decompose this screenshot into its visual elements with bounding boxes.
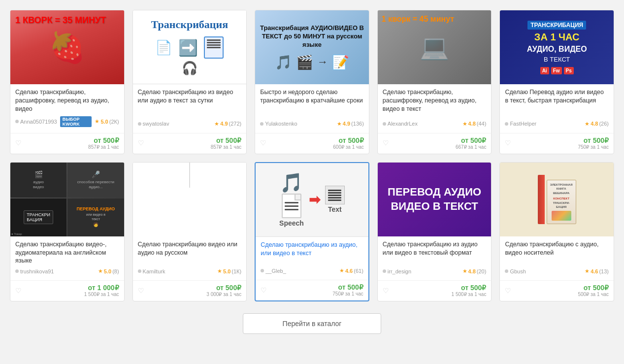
price-sub-2: 857₽ за 1 час [211, 144, 242, 150]
card-8-footer: ♡ от 500₽ 750₽ за 1 час [256, 280, 368, 300]
heart-icon[interactable]: ♡ [15, 139, 22, 147]
card-3-title: Быстро и недорого сделаю транскрибацию в… [260, 88, 364, 118]
card-5-author: FastHelper [505, 121, 536, 127]
card-3: Транскрибация АУДИО/ВИДЕО В ТЕКСТ до 50 … [255, 10, 369, 154]
card-10-author: Gbush [505, 268, 525, 274]
card-8-title[interactable]: Сделаю транскрибацию из аудио, или видео… [261, 241, 363, 265]
card-7-thumb [133, 163, 247, 236]
heart-icon-2[interactable]: ♡ [138, 139, 144, 147]
price-main-10: от 500₽ [578, 284, 609, 292]
card-6-price: от 1 000₽ 1 500₽ за 1 час [84, 284, 119, 297]
card-8-meta: __Gleb_ ★ 4.6 (61) [261, 267, 363, 274]
card-4: 💻 1 кворк = 45 минут Сделаю транскрибаци… [377, 10, 492, 154]
price-sub-10: 500₽ за 1 час [578, 292, 609, 297]
price-main-4: от 500₽ [456, 136, 487, 144]
star-icon-10: ★ [585, 268, 590, 274]
card-2-title: Сделаю транскрибацию из видео или аудио … [138, 88, 242, 118]
card-8-thumb: 🎵 Speech ➡ [256, 163, 368, 237]
card-4-price: от 500₽ 667₽ за 1 час [456, 136, 487, 150]
card-5-thumb: ТРАНСКРИБАЦИЯ ЗА 1 ЧАС АУДИО, ВИДЕО В ТЕ… [500, 10, 614, 84]
price-sub-7: 3 000₽ за 1 час [206, 292, 241, 297]
card-8: 🎵 Speech ➡ [255, 162, 369, 302]
card-4-thumb: 💻 1 кворк = 45 минут [378, 10, 492, 84]
star-icon-3: ★ [337, 121, 342, 127]
card-2-info: Сделаю транскрибацию из видео или аудио … [133, 84, 247, 133]
card-2-meta: swyatoslav ★ 4.9 (272) [138, 121, 242, 127]
star-icon: ★ [95, 118, 99, 125]
price-sub-4: 667₽ за 1 час [456, 144, 487, 150]
author-dot-5 [505, 122, 508, 126]
card-6-meta: trushnikova91 ★ 5.0 (8) [15, 268, 119, 274]
card-1-meta: Anna05071993 ВЫБОР KWORK ★ 5.0 (2К) [15, 116, 119, 127]
price-main-8: от 500₽ [332, 283, 363, 291]
doc-line [285, 209, 298, 210]
doc-line [285, 205, 298, 207]
card-3-meta: Yulakostenko ★ 4.9 (136) [260, 121, 364, 127]
author-dot-7 [138, 269, 141, 273]
card-8-rating: ★ 4.6 (61) [339, 267, 363, 274]
author-dot-10 [505, 269, 508, 273]
card-9-rating: ★ 4.8 (20) [462, 268, 487, 274]
price-sub-6: 1 500₽ за 1 час [84, 292, 119, 297]
card-10-thumb: ЭЛЕКТРОННАЯ КНИГА ВЕБИНАРА КОНСПЕКТ ТРАН… [500, 163, 614, 236]
card-7-meta: Kamilturk ★ 5.0 (1К) [138, 268, 242, 274]
price-main-5: от 500₽ [578, 136, 609, 144]
card-9-price: от 500₽ 1 500₽ за 1 час [452, 284, 487, 297]
catalog-btn-wrap: Перейти в каталог [10, 313, 614, 334]
card-6: 🎬 аудио видео 🎤 способов перевести аудио… [10, 162, 125, 302]
price-main-6: от 1 000₽ [84, 284, 119, 292]
card-3-author: Yulakostenko [260, 121, 297, 127]
card-7-price: от 500₽ 3 000₽ за 1 час [206, 284, 241, 297]
card-3-info: Быстро и недорого сделаю транскрибацию в… [255, 84, 369, 133]
card-2-price: от 500₽ 857₽ за 1 час [211, 136, 242, 150]
card-7-info: Сделаю транскрибацию видео или аудио на … [133, 236, 247, 281]
card-2-rating: ★ 4.9 (272) [214, 121, 241, 127]
heart-icon-8[interactable]: ♡ [261, 286, 267, 294]
card-6-title: Сделаю транскрибацию видео-, аудиоматери… [15, 240, 119, 265]
star-icon-2: ★ [214, 121, 219, 127]
card-3-price: от 500₽ 600₽ за 1 час [333, 136, 364, 150]
heart-icon-3[interactable]: ♡ [260, 139, 266, 147]
heart-icon-6[interactable]: ♡ [15, 287, 22, 295]
price-sub-5: 750₽ за 1 час [578, 144, 609, 150]
price-sub-3: 600₽ за 1 час [333, 144, 364, 150]
heart-icon-9[interactable]: ♡ [383, 287, 389, 295]
card-2: Транскри­бация 📄 ➡️ 🎧 Сде [132, 10, 247, 154]
author-dot-4 [383, 122, 386, 126]
heart-icon-4[interactable]: ♡ [383, 139, 389, 147]
card-7: Сделаю транскрибацию видео или аудио на … [132, 162, 247, 302]
card-9: ПЕРЕВОД АУДИО ВИДЕО В ТЕКСТ Сделаю транс… [377, 162, 492, 302]
heart-icon-10[interactable]: ♡ [505, 287, 511, 295]
star-icon-4: ★ [462, 121, 467, 127]
card-8-info: Сделаю транскрибацию из аудио, или видео… [256, 237, 368, 280]
card-9-thumb-label: ПЕРЕВОД АУДИО ВИДЕО В ТЕКСТ [378, 185, 492, 213]
price-main-3: от 500₽ [333, 136, 364, 144]
card-10-rating: ★ 4.6 (13) [585, 268, 609, 274]
card-6-rating: ★ 5.0 (8) [98, 268, 119, 274]
card-7-rating: ★ 5.0 (1К) [217, 268, 241, 274]
card-5-rating: ★ 4.8 (26) [585, 121, 609, 127]
card-1-badge: ВЫБОР KWORK [60, 116, 92, 127]
card-4-author: AlexandrLex [383, 121, 418, 127]
card-2-thumb: Транскри­бация 📄 ➡️ 🎧 [133, 10, 247, 84]
card-6-footer: ♡ от 1 000₽ 1 500₽ за 1 час [10, 280, 124, 301]
catalog-button[interactable]: Перейти в каталог [243, 313, 382, 334]
card-2-footer: ♡ от 500₽ 857₽ за 1 час [133, 133, 247, 154]
card-3-thumb: Транскрибация АУДИО/ВИДЕО В ТЕКСТ до 50 … [255, 10, 369, 84]
card-3-thumb-label: Транскрибация АУДИО/ВИДЕО В ТЕКСТ до 50 … [259, 24, 365, 49]
heart-icon-7[interactable]: ♡ [138, 287, 144, 295]
card-9-meta: irr_design ★ 4.8 (20) [383, 268, 487, 274]
price-sub-8: 750₽ за 1 час [332, 291, 363, 297]
heart-icon-5[interactable]: ♡ [505, 139, 511, 147]
card-7-author: Kamilturk [138, 268, 165, 274]
price-main-2: от 500₽ [211, 136, 242, 144]
card-9-thumb: ПЕРЕВОД АУДИО ВИДЕО В ТЕКСТ [378, 163, 492, 236]
star-icon-7: ★ [217, 268, 222, 274]
card-4-footer: ♡ от 500₽ 667₽ за 1 час [378, 133, 492, 154]
card-1-author: Anna05071993 [15, 119, 57, 125]
card-10-price: от 500₽ 500₽ за 1 час [578, 284, 609, 297]
card-10: ЭЛЕКТРОННАЯ КНИГА ВЕБИНАРА КОНСПЕКТ ТРАН… [499, 162, 614, 302]
card-6-author: trushnikova91 [15, 268, 54, 274]
card-5-meta: FastHelper ★ 4.8 (26) [505, 121, 609, 127]
card-10-meta: Gbush ★ 4.6 (13) [505, 268, 609, 274]
